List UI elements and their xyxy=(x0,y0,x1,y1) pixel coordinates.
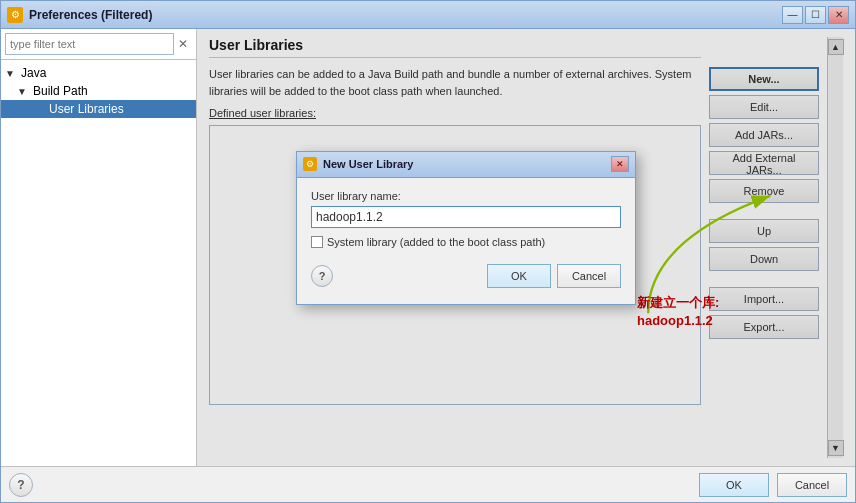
bottom-right-buttons: OK Cancel xyxy=(699,473,847,497)
dialog-ok-button[interactable]: OK xyxy=(487,264,551,288)
filter-clear-button[interactable]: ✕ xyxy=(174,35,192,53)
dialog-footer: ? OK Cancel xyxy=(311,264,621,292)
system-library-row: System library (added to the boot class … xyxy=(311,236,621,248)
library-name-input[interactable] xyxy=(311,206,621,228)
dialog-cancel-button[interactable]: Cancel xyxy=(557,264,621,288)
bottom-bar: ? OK Cancel xyxy=(1,466,855,502)
sidebar: ✕ ▼ Java ▼ Build Path User Libraries xyxy=(1,29,197,466)
maximize-button[interactable]: ☐ xyxy=(805,6,826,24)
window-icon: ⚙ xyxy=(7,7,23,23)
system-library-label: System library (added to the boot class … xyxy=(327,236,545,248)
tree-label-userlibraries: User Libraries xyxy=(49,102,124,116)
tree-arrow-userlibraries xyxy=(33,104,45,115)
tree-item-userlibraries[interactable]: User Libraries xyxy=(1,100,196,118)
dialog-help-button[interactable]: ? xyxy=(311,265,333,287)
dialog-title-bar: ⚙ New User Library ✕ xyxy=(297,152,635,178)
tree-label-buildpath: Build Path xyxy=(33,84,88,98)
minimize-button[interactable]: — xyxy=(782,6,803,24)
bottom-help-button[interactable]: ? xyxy=(9,473,33,497)
dialog-body: User library name: System library (added… xyxy=(297,178,635,304)
window-title: Preferences (Filtered) xyxy=(29,8,782,22)
dialog-close-button[interactable]: ✕ xyxy=(611,156,629,172)
dialog-title: New User Library xyxy=(323,158,611,170)
bottom-cancel-button[interactable]: Cancel xyxy=(777,473,847,497)
filter-box: ✕ xyxy=(1,29,196,60)
title-bar: ⚙ Preferences (Filtered) — ☐ ✕ xyxy=(1,1,855,29)
dialog-footer-buttons: OK Cancel xyxy=(487,264,621,288)
modal-overlay: ⚙ New User Library ✕ User library name: … xyxy=(197,29,855,466)
new-user-library-dialog: ⚙ New User Library ✕ User library name: … xyxy=(296,151,636,305)
system-library-checkbox[interactable] xyxy=(311,236,323,248)
tree-area: ▼ Java ▼ Build Path User Libraries xyxy=(1,60,196,466)
field-label: User library name: xyxy=(311,190,621,202)
filter-input[interactable] xyxy=(5,33,174,55)
tree-arrow-buildpath: ▼ xyxy=(17,86,29,97)
window-controls: — ☐ ✕ xyxy=(782,6,849,24)
main-window: ⚙ Preferences (Filtered) — ☐ ✕ ✕ ▼ Java xyxy=(0,0,856,503)
tree-arrow-java: ▼ xyxy=(5,68,17,79)
main-body: ✕ ▼ Java ▼ Build Path User Libraries xyxy=(1,29,855,466)
bottom-ok-button[interactable]: OK xyxy=(699,473,769,497)
dialog-icon: ⚙ xyxy=(303,157,317,171)
tree-item-java[interactable]: ▼ Java xyxy=(1,64,196,82)
right-content: User Libraries User libraries can be add… xyxy=(197,29,855,466)
close-button[interactable]: ✕ xyxy=(828,6,849,24)
tree-label-java: Java xyxy=(21,66,46,80)
tree-item-buildpath[interactable]: ▼ Build Path xyxy=(1,82,196,100)
